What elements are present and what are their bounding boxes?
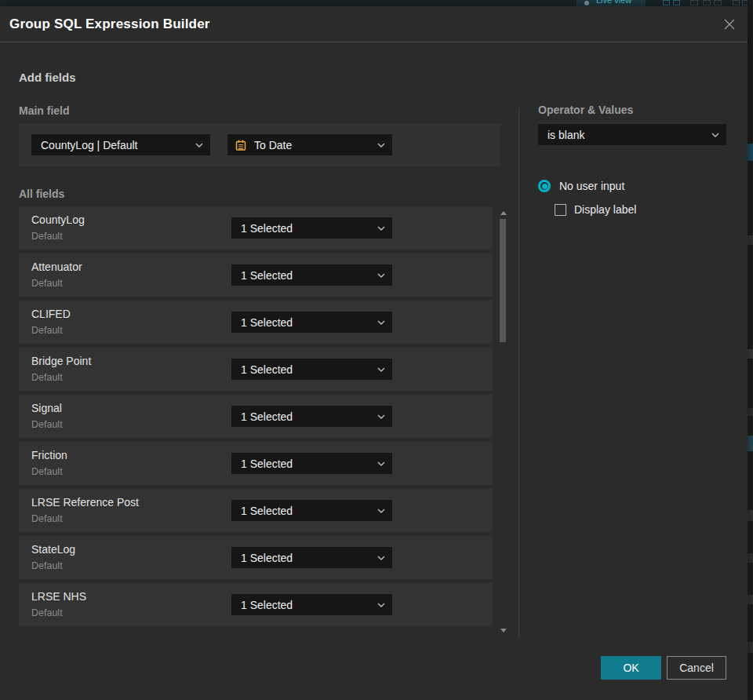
field-subtitle: Default (31, 607, 63, 618)
field-selection-select[interactable]: 1 Selected (231, 217, 392, 239)
scrollbar-up-icon[interactable] (500, 211, 507, 215)
no-user-input-radio[interactable]: No user input (538, 180, 624, 192)
field-row: CLIFEDDefault1 Selected (19, 301, 493, 344)
main-field-panel: CountyLog | Default To Date (19, 124, 500, 166)
field-selection-value: 1 Selected (231, 458, 377, 470)
background-app-top-strip: Live view (0, 0, 753, 6)
field-subtitle: Default (31, 560, 63, 571)
operator-select-value: is blank (538, 129, 711, 141)
toolbar-button-icon (714, 0, 722, 5)
field-selection-select[interactable]: 1 Selected (231, 453, 392, 474)
field-selection-value: 1 Selected (231, 269, 377, 282)
field-subtitle: Default (31, 325, 63, 336)
chevron-down-icon (377, 367, 385, 372)
field-subtitle: Default (31, 513, 63, 524)
field-name: Signal (31, 402, 62, 414)
field-selection-select[interactable]: 1 Selected (231, 312, 392, 333)
main-field-label: Main field (19, 104, 70, 117)
chevron-down-icon (377, 320, 385, 325)
field-row: SignalDefault1 Selected (19, 395, 493, 438)
field-selection-value: 1 Selected (231, 316, 377, 329)
main-field-type-select[interactable]: To Date (227, 134, 392, 155)
chevron-down-icon (195, 143, 203, 148)
field-selection-value: 1 Selected (231, 410, 377, 423)
chevron-down-icon (377, 226, 385, 231)
radio-selected-icon (538, 180, 551, 192)
dialog-title: Group SQL Expression Builder (9, 6, 210, 42)
checkbox-unchecked-icon (555, 204, 566, 216)
field-row: AttenuatorDefault1 Selected (19, 253, 493, 297)
chevron-down-icon (377, 556, 385, 560)
field-row: LRSE NHSDefault1 Selected (19, 583, 493, 626)
field-row: StateLogDefault1 Selected (19, 536, 493, 579)
toolbar-button-icon (663, 0, 670, 5)
field-selection-select[interactable]: 1 Selected (231, 500, 392, 521)
field-name: Attenuator (31, 261, 82, 273)
no-user-input-label: No user input (559, 180, 624, 192)
close-button[interactable] (722, 17, 737, 31)
main-field-select[interactable]: CountyLog | Default (31, 134, 210, 155)
field-selection-value: 1 Selected (231, 222, 377, 235)
chevron-down-icon (377, 414, 385, 419)
scrollbar-down-icon[interactable] (500, 629, 507, 633)
main-field-type-value: To Date (245, 139, 377, 151)
chevron-down-icon (377, 273, 385, 278)
field-selection-select[interactable]: 1 Selected (231, 264, 392, 286)
chevron-down-icon (377, 461, 385, 466)
background-app-right-sliver (748, 0, 753, 700)
toolbar-button-icon (690, 0, 698, 5)
field-selection-select[interactable]: 1 Selected (231, 547, 392, 568)
field-subtitle: Default (31, 372, 63, 383)
live-view-label: Live view (596, 0, 631, 5)
live-view-dot-icon (584, 1, 589, 5)
field-row: FrictionDefault1 Selected (19, 442, 493, 485)
field-name: Bridge Point (31, 355, 91, 367)
close-icon (723, 18, 736, 31)
field-row: LRSE Reference PostDefault1 Selected (19, 489, 493, 532)
all-fields-label: All fields (19, 188, 64, 200)
display-label-label: Display label (574, 203, 636, 216)
field-subtitle: Default (31, 278, 63, 289)
display-label-checkbox[interactable]: Display label (555, 203, 636, 216)
field-selection-value: 1 Selected (231, 599, 377, 611)
operator-select[interactable]: is blank (538, 124, 726, 145)
ok-button[interactable]: OK (601, 656, 661, 680)
field-selection-value: 1 Selected (231, 505, 377, 517)
scrollbar-thumb[interactable] (500, 219, 506, 342)
main-field-select-value: CountyLog | Default (31, 139, 195, 151)
column-divider (518, 108, 519, 638)
operator-values-label: Operator & Values (538, 104, 633, 116)
field-name: CLIFED (31, 308, 71, 320)
toolbar-button-icon (733, 0, 740, 5)
field-selection-select[interactable]: 1 Selected (231, 406, 392, 427)
chevron-down-icon (377, 509, 385, 513)
field-name: LRSE Reference Post (31, 496, 139, 509)
field-selection-value: 1 Selected (231, 552, 377, 564)
field-row: Bridge PointDefault1 Selected (19, 348, 493, 391)
field-selection-select[interactable]: 1 Selected (231, 594, 392, 615)
field-selection-select[interactable]: 1 Selected (231, 359, 392, 380)
field-name: LRSE NHS (31, 590, 86, 603)
chevron-down-icon (377, 143, 385, 148)
chevron-down-icon (377, 603, 385, 607)
field-name: Friction (31, 449, 67, 461)
group-sql-expression-builder-dialog: Group SQL Expression Builder Add fields … (0, 6, 748, 700)
field-subtitle: Default (31, 419, 63, 430)
toolbar-button-icon (703, 0, 711, 5)
field-selection-value: 1 Selected (231, 363, 377, 376)
dialog-header: Group SQL Expression Builder (0, 6, 748, 42)
field-subtitle: Default (31, 466, 63, 477)
field-row: CountyLogDefault1 Selected (19, 206, 493, 250)
field-subtitle: Default (31, 231, 63, 242)
field-name: CountyLog (31, 213, 85, 226)
field-name: StateLog (31, 543, 75, 556)
toolbar-button-icon (673, 0, 680, 5)
chevron-down-icon (711, 133, 719, 137)
section-title-add-fields: Add fields (19, 71, 76, 84)
cancel-button[interactable]: Cancel (667, 656, 726, 680)
